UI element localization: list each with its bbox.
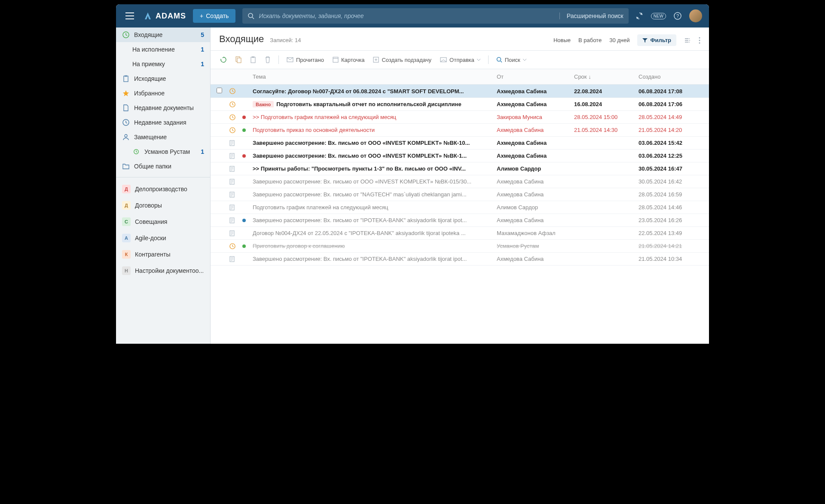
search-icon: [496, 57, 502, 63]
tab-new[interactable]: Новые: [553, 37, 571, 43]
delete-button[interactable]: [261, 54, 274, 65]
row-type-icon: [229, 88, 242, 94]
sidebar-item[interactable]: На исполнение1: [116, 42, 210, 57]
row-subject: >> Приняты работы: "Просмотреть пункты 1…: [253, 165, 492, 172]
sidebar-item[interactable]: На приемку1: [116, 57, 210, 71]
sidebar-module[interactable]: АAgile-доски: [116, 230, 210, 246]
sidebar-item-label: Входящие: [134, 31, 162, 38]
search-input[interactable]: [259, 12, 555, 19]
advanced-search-link[interactable]: Расширенный поиск: [559, 12, 623, 19]
table-row[interactable]: >> Приняты работы: "Просмотреть пункты 1…: [211, 162, 709, 175]
filter-button[interactable]: Фильтр: [637, 34, 676, 46]
row-from: Алимов Сардор: [497, 165, 574, 172]
row-subject: >> Подготовить график платежей на следую…: [253, 114, 492, 120]
table-row[interactable]: Завершено рассмотрение: Вх. письмо от "I…: [211, 214, 709, 227]
sidebar-item[interactable]: Недавние задания: [116, 115, 210, 130]
row-created: 21.05.2024 14:21: [639, 243, 703, 249]
sidebar-item-label: Замещение: [134, 134, 167, 141]
table-row[interactable]: Завершено рассмотрение: Вх. письмо от "N…: [211, 188, 709, 201]
tab-30-days[interactable]: 30 дней: [609, 37, 629, 43]
refresh-button[interactable]: [217, 54, 230, 65]
svg-point-20: [497, 58, 501, 61]
svg-rect-13: [237, 58, 241, 63]
sidebar-item[interactable]: Недавние документы: [116, 101, 210, 115]
row-created: 28.05.2024 16:59: [639, 191, 703, 198]
doc-icon: [122, 104, 130, 111]
table-row[interactable]: Подготовить график платежей на следующий…: [211, 201, 709, 214]
module-letter-icon: Д: [122, 201, 131, 210]
sidebar-item[interactable]: Входящие5: [116, 27, 210, 42]
table-row[interactable]: Завершено рассмотрение: Вх. письмо от ОО…: [211, 137, 709, 150]
row-created: 30.05.2024 16:42: [639, 178, 703, 185]
table-row[interactable]: Договор №004-ДХ24 от 22.05.2024 с "IPOTE…: [211, 227, 709, 240]
col-from[interactable]: От: [497, 73, 574, 80]
trash-icon: [265, 56, 271, 63]
sidebar-module[interactable]: ДДоговоры: [116, 197, 210, 214]
table-row[interactable]: Завершено рассмотрение: Вх. письмо от ОО…: [211, 150, 709, 162]
search-bar: Расширенный поиск: [242, 8, 628, 24]
row-created: 06.08.2024 17:08: [639, 88, 703, 95]
table-row[interactable]: Приготовить договор к соглашениюУсманов …: [211, 240, 709, 253]
send-icon: [440, 57, 447, 62]
table-row[interactable]: Завершено рассмотрение: Вх. письмо от ОО…: [211, 175, 709, 188]
col-due[interactable]: Срок ↓: [574, 73, 639, 80]
table-row[interactable]: Подготовить приказ по основной деятельно…: [211, 124, 709, 137]
settings-icon[interactable]: [684, 37, 691, 44]
more-icon[interactable]: [699, 37, 700, 44]
row-due: 22.08.2024: [574, 88, 639, 95]
important-badge: Важно: [253, 101, 274, 107]
menu-button[interactable]: [123, 10, 137, 22]
sidebar-item-count: 1: [201, 61, 204, 67]
subtask-button[interactable]: Создать подзадачу: [370, 55, 435, 65]
row-type-icon: [229, 114, 242, 120]
module-letter-icon: А: [122, 234, 131, 242]
new-badge[interactable]: NEW: [651, 13, 666, 19]
row-from: Закирова Муниса: [497, 114, 574, 120]
table-row[interactable]: >> Подготовить график платежей на следую…: [211, 111, 709, 124]
sync-icon[interactable]: [636, 12, 643, 20]
row-subject: Завершено рассмотрение: Вх. письмо от ОО…: [253, 153, 492, 159]
col-created[interactable]: Создано: [639, 73, 703, 80]
module-label: Настройки документоо...: [135, 267, 204, 274]
sidebar-module[interactable]: ДДелопроизводство: [116, 181, 210, 197]
mark-read-button[interactable]: Прочитано: [283, 55, 327, 65]
row-from: Ахмедова Сабина: [497, 127, 574, 133]
sidebar-item[interactable]: Замещение: [116, 130, 210, 144]
sidebar-item[interactable]: Усманов Рустам1: [116, 144, 210, 159]
user-avatar[interactable]: [689, 9, 702, 22]
row-created: 23.05.2024 16:26: [639, 217, 703, 223]
sidebar-module[interactable]: ССовещания: [116, 214, 210, 230]
logo-icon: [144, 12, 152, 20]
row-due: 21.05.2024 14:30: [574, 127, 639, 133]
send-button[interactable]: Отправка: [437, 55, 484, 65]
sidebar-item[interactable]: Избранное: [116, 86, 210, 101]
tab-in-work[interactable]: В работе: [578, 37, 602, 43]
row-from: Усманов Рустам: [497, 243, 574, 249]
sidebar-item-label: Избранное: [134, 90, 165, 97]
clock-green-icon: [122, 31, 130, 38]
row-subject: Приготовить договор к соглашению: [253, 243, 492, 249]
row-type-icon: [229, 243, 242, 249]
app-name: ADAMS: [156, 12, 186, 21]
svg-rect-14: [251, 57, 255, 63]
paste-button[interactable]: [247, 54, 260, 65]
card-button[interactable]: Карточка: [329, 55, 368, 65]
table-row[interactable]: Завершено рассмотрение: Вх. письмо от "I…: [211, 253, 709, 266]
create-button[interactable]: + Создать: [193, 9, 235, 23]
table-row[interactable]: ВажноПодготовить квартальный отчет по ис…: [211, 98, 709, 111]
help-icon[interactable]: ?: [674, 12, 681, 20]
row-subject: Завершено рассмотрение: Вх. письмо от "N…: [253, 191, 492, 198]
table-row[interactable]: Согласуйте: Договор №007-ДХ24 от 06.08.2…: [211, 85, 709, 98]
row-subject: Подготовить приказ по основной деятельно…: [253, 127, 492, 133]
col-subject[interactable]: Тема: [253, 73, 497, 80]
sidebar-module[interactable]: ККонтрагенты: [116, 246, 210, 263]
row-due: 16.08.2024: [574, 101, 639, 107]
copy-button[interactable]: [232, 54, 245, 65]
sidebar-item[interactable]: Общие папки: [116, 159, 210, 174]
row-checkbox[interactable]: [217, 88, 222, 93]
sidebar-module[interactable]: ННастройки документоо...: [116, 263, 210, 279]
row-subject: Завершено рассмотрение: Вх. письмо от ОО…: [253, 140, 492, 146]
search-button[interactable]: Поиск: [493, 55, 530, 65]
row-subject: Завершено рассмотрение: Вх. письмо от "I…: [253, 256, 492, 262]
sidebar-item[interactable]: Исходящие: [116, 71, 210, 86]
